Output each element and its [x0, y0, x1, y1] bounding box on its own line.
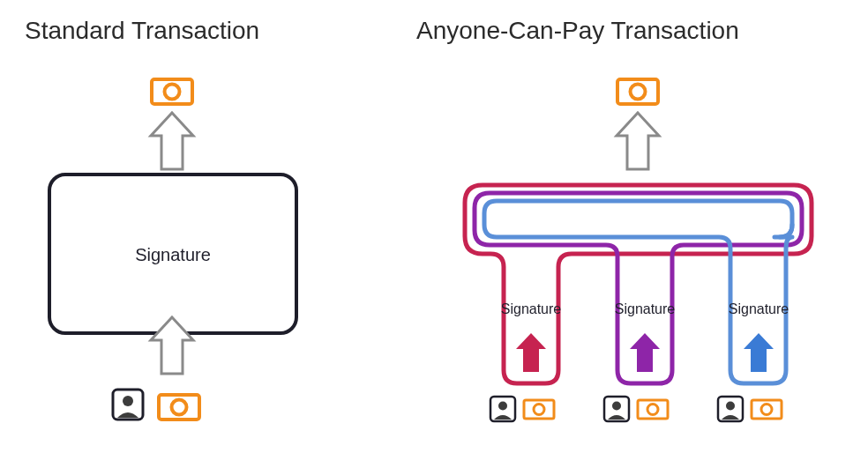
right-title: Anyone-Can-Pay Transaction	[416, 17, 739, 44]
signature-label: Signature	[615, 301, 676, 316]
money-icon	[524, 400, 554, 419]
money-icon	[159, 395, 199, 420]
signature-label: Signature	[729, 301, 789, 316]
standard-transaction-group: Standard Transaction Signature	[25, 17, 296, 420]
envelope-inner-fix	[774, 225, 792, 237]
up-arrow-solid-icon	[744, 333, 774, 372]
money-icon	[152, 79, 192, 104]
left-title: Standard Transaction	[25, 17, 259, 44]
anyone-can-pay-group: Anyone-Can-Pay Transaction Signature Sig…	[416, 17, 812, 421]
money-icon	[638, 400, 668, 419]
user-icon	[604, 397, 629, 421]
contributor-2: Signature	[604, 301, 675, 421]
user-icon	[113, 390, 143, 420]
up-arrow-solid-icon	[630, 333, 660, 372]
up-arrow-icon	[617, 113, 659, 169]
signature-label: Signature	[135, 245, 211, 264]
up-arrow-solid-icon	[516, 333, 546, 372]
up-arrow-icon	[151, 113, 193, 169]
money-icon	[617, 79, 658, 104]
user-icon	[718, 397, 743, 421]
contributor-1: Signature	[490, 301, 561, 421]
user-icon	[490, 397, 515, 421]
money-icon	[752, 400, 782, 419]
signature-label: Signature	[501, 301, 562, 316]
diagram-canvas: Standard Transaction Signature Anyone-Ca…	[0, 0, 868, 453]
